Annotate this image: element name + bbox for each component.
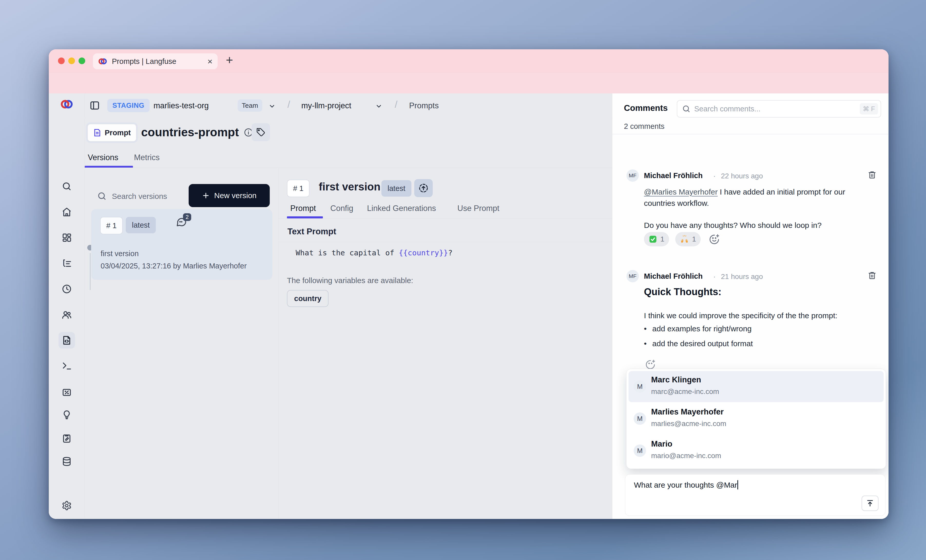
tag-button[interactable] [251,123,270,141]
search-comments-input[interactable]: Search comments... ⌘ F [677,100,881,118]
browser-toolbar: staging.langfuse.com/project/cm22fk0w700… [49,73,888,94]
variables-label: The following variables are available: [287,276,413,285]
comment-dot: · [713,272,716,281]
comment-count-badge: 2 [183,213,191,221]
raised-hands-emoji-icon [680,235,689,244]
delete-comment-icon[interactable] [868,271,876,280]
sidebar-datasets-icon[interactable] [62,456,72,466]
mention-link[interactable]: @Marlies Mayerhofer [644,188,717,196]
promote-version-button[interactable] [414,179,433,197]
comment-time: 22 hours ago [721,172,763,180]
comment-body: I think we could improve the specificity… [644,310,870,321]
delete-comment-icon[interactable] [868,170,876,179]
sidebar-sessions-icon[interactable] [62,284,72,294]
prompt-content: What is the capital of {{country}}? [296,248,452,257]
sidebar-scores-icon[interactable] [62,387,72,398]
maximize-window-button[interactable] [79,58,85,64]
bullet-item: •add the desired output format [644,339,753,348]
detail-tabs-divider [278,218,612,219]
comment-input-value: What are your thoughts @Mar [634,480,738,489]
mention-option-marlies[interactable]: M Marlies Mayerhofer marlies@acme-inc.co… [628,403,884,434]
search-versions-icon [97,191,107,201]
comment-dot: · [713,172,716,180]
mention-option-mario[interactable]: M Mario mario@acme-inc.com [628,435,884,466]
prompt-variable-token: {{country}} [399,248,448,257]
comment-author: Michael Fröhlich [644,171,703,180]
plus-icon [202,191,210,200]
breadcrumb-project[interactable]: my-llm-project [301,101,351,110]
comment-input[interactable]: What are your thoughts @Mar [625,474,885,516]
reaction-check[interactable]: 1 [644,232,669,247]
detail-tab-config[interactable]: Config [330,204,353,213]
page-title: countries-prompt [141,125,239,139]
sidebar-playground-icon[interactable] [62,361,72,371]
sidebar-dashboards-icon[interactable] [62,233,72,243]
submit-comment-button[interactable] [862,496,879,511]
column-divider [278,168,279,519]
section-divider [278,242,612,242]
search-icon [682,104,691,113]
version-meta: 03/04/2025, 13:27:16 by Marlies Mayerhof… [101,262,247,270]
project-chevron-down-icon[interactable] [375,103,383,110]
search-versions-input[interactable]: Search versions [112,192,167,201]
sidebar-toggle-icon[interactable] [89,100,100,111]
avatar: M [634,412,646,425]
add-reaction-icon[interactable] [645,359,655,369]
comments-title: Comments [624,103,668,113]
bullet-item: •add examples for right/wrong [644,324,752,333]
header-divider [85,168,612,168]
check-emoji-icon [649,235,657,244]
minimize-window-button[interactable] [68,58,75,64]
comments-count: 2 comments [624,122,664,131]
avatar: MF [626,170,639,182]
browser-tab-bar: Prompts | Langfuse × + [49,49,888,73]
browser-tab[interactable]: Prompts | Langfuse × [93,53,218,69]
breadcrumb-slash: / [287,99,290,110]
add-reaction-icon[interactable] [709,234,720,245]
text-prompt-heading: Text Prompt [287,227,336,236]
tab-versions[interactable]: Versions [88,153,118,162]
version-card[interactable]: # 1 latest 2 first version 03/04/2025, 1… [91,209,272,280]
version-name: first version [101,250,139,258]
browser-window: Prompts | Langfuse × + staging.langfuse.… [49,49,888,519]
detail-latest-badge: latest [381,180,412,197]
sidebar-home-icon[interactable] [62,207,72,217]
sidebar-tracing-icon[interactable] [62,258,72,268]
breadcrumb-org[interactable]: marlies-test-org [153,101,209,110]
version-comments-indicator[interactable]: 2 [176,216,187,228]
org-role-badge: Team [238,99,262,112]
avatar: M [634,380,646,393]
close-window-button[interactable] [58,58,65,64]
close-tab-icon[interactable]: × [207,57,212,66]
breadcrumb-slash: / [395,99,398,110]
sidebar-evaluation-icon[interactable] [62,433,72,443]
detail-tab-linked-generations[interactable]: Linked Generations [367,204,436,213]
timeline-line [90,253,91,290]
sidebar-search-icon[interactable] [62,181,72,191]
detail-tab-use-prompt[interactable]: Use Prompt [457,204,499,213]
mention-option-marc[interactable]: M Marc Klingen marc@acme-inc.com [628,371,884,402]
sidebar-settings-icon[interactable] [62,501,72,511]
detail-version-title: first version [319,181,380,193]
tab-metrics[interactable]: Metrics [134,153,160,162]
tag-icon [256,127,265,137]
org-chevron-down-icon[interactable] [268,103,275,110]
detail-version-number: # 1 [287,180,310,197]
sidebar-users-icon[interactable] [62,310,72,320]
submit-arrow-icon [866,499,874,507]
detail-tab-prompt[interactable]: Prompt [290,204,316,213]
reaction-raised-hands[interactable]: 1 [675,232,701,247]
breadcrumb-section[interactable]: Prompts [409,101,439,110]
variable-pill: country [287,290,328,307]
new-version-button[interactable]: New version [189,184,270,207]
shortcut-badge: ⌘ F [860,103,878,115]
new-tab-button[interactable]: + [226,53,233,67]
prompt-type-badge: Prompt [87,124,136,142]
langfuse-logo[interactable] [60,97,73,111]
sidebar-prompts-item[interactable] [59,332,75,348]
search-comments-placeholder: Search comments... [694,105,761,113]
mention-dropdown: M Marc Klingen marc@acme-inc.com M Marli… [626,369,886,469]
sidebar-annotations-icon[interactable] [62,410,72,420]
detail-active-tab-underline [287,216,323,218]
avatar: M [634,445,646,457]
